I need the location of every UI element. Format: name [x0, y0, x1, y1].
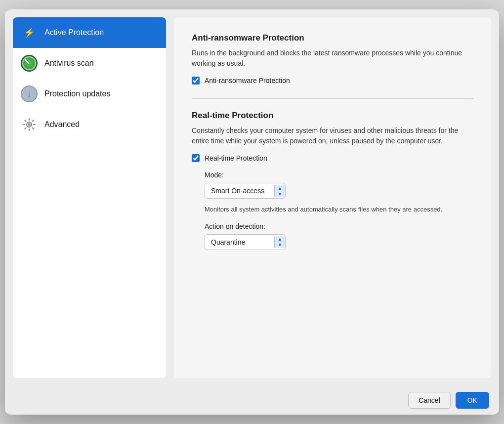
realtime-checkbox-label[interactable]: Real-time Protection: [205, 154, 267, 162]
ransomware-description: Runs in the background and blocks the la…: [192, 48, 473, 69]
shield-icon: [21, 24, 38, 41]
realtime-title: Real-time Protection: [192, 111, 473, 121]
mode-stepper: ▲ ▼: [274, 185, 285, 197]
sidebar-item-active-protection[interactable]: Active Protection: [13, 17, 166, 48]
dialog-footer: Cancel OK: [5, 386, 499, 415]
gear-svg: [22, 117, 37, 132]
ransomware-title: Anti-ransomware Protection: [192, 33, 473, 43]
action-select-container[interactable]: Quarantine Delete Ignore ▲ ▼: [205, 234, 286, 250]
radar-icon-container: [21, 55, 38, 72]
main-content: Anti-ransomware Protection Runs in the b…: [174, 17, 491, 378]
sidebar-item-updates-label: Protection updates: [44, 89, 110, 98]
radar-icon: [21, 55, 38, 72]
action-stepper-up[interactable]: ▲: [275, 236, 285, 242]
dialog-body: Active Protection Antivirus scan Protect…: [5, 9, 499, 386]
ok-button[interactable]: OK: [456, 392, 489, 409]
gear-icon-container: [21, 116, 38, 133]
sidebar-item-antivirus-scan[interactable]: Antivirus scan: [13, 48, 166, 79]
sidebar-item-protection-updates[interactable]: Protection updates: [13, 79, 166, 109]
shield-icon-container: [21, 24, 38, 41]
ransomware-checkbox-row: Anti-ransomware Protection: [192, 77, 473, 85]
sidebar-item-antivirus-label: Antivirus scan: [44, 59, 94, 68]
gear-icon: [21, 116, 38, 133]
mode-select[interactable]: Smart On-access Full scan Quick scan: [205, 183, 274, 198]
action-stepper: ▲ ▼: [274, 236, 285, 248]
ransomware-checkbox-label[interactable]: Anti-ransomware Protection: [205, 77, 290, 85]
download-icon-container: [21, 85, 38, 102]
realtime-checkbox-row: Real-time Protection: [192, 154, 473, 162]
sidebar-item-advanced[interactable]: Advanced: [13, 109, 166, 140]
download-icon: [21, 85, 38, 102]
realtime-description: Constantly checks your computer system f…: [192, 126, 473, 146]
mode-stepper-down[interactable]: ▼: [275, 191, 285, 197]
main-dialog: Active Protection Antivirus scan Protect…: [5, 9, 499, 415]
mode-hint: Monitors all system activities and autom…: [205, 205, 473, 214]
sidebar-item-advanced-label: Advanced: [44, 120, 80, 129]
action-select[interactable]: Quarantine Delete Ignore: [205, 235, 274, 250]
cancel-button[interactable]: Cancel: [408, 392, 451, 409]
section-divider: [192, 98, 473, 99]
sidebar: Active Protection Antivirus scan Protect…: [13, 17, 166, 378]
svg-point-1: [28, 123, 31, 127]
ransomware-checkbox[interactable]: [192, 77, 200, 85]
ransomware-section: Anti-ransomware Protection Runs in the b…: [192, 33, 473, 85]
mode-select-container[interactable]: Smart On-access Full scan Quick scan ▲ ▼: [205, 183, 286, 199]
mode-stepper-up[interactable]: ▲: [275, 185, 285, 191]
action-label: Action on detection:: [205, 222, 473, 230]
sidebar-item-active-protection-label: Active Protection: [44, 28, 104, 37]
mode-label: Mode:: [205, 171, 473, 179]
realtime-section: Real-time Protection Constantly checks y…: [192, 111, 473, 250]
realtime-checkbox[interactable]: [192, 154, 200, 162]
action-stepper-down[interactable]: ▼: [275, 242, 285, 248]
